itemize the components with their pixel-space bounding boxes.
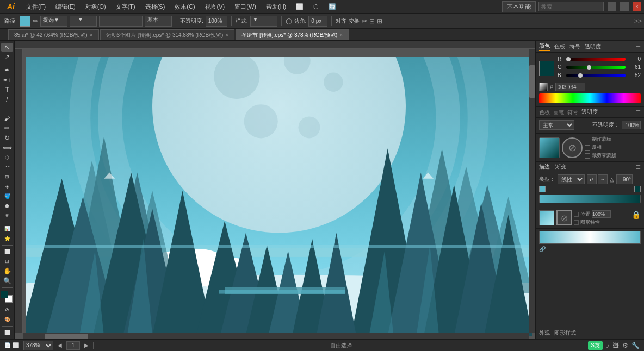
artboard-tool[interactable]: ⬜ (1, 247, 13, 256)
workspace-label[interactable]: 基本功能 (502, 1, 536, 12)
fill-none-icon[interactable]: ⊘ (1, 305, 13, 314)
menu-extra1[interactable]: ⬜ (292, 2, 308, 11)
gradient-no-icon[interactable]: ⊘ (556, 210, 572, 225)
close-button[interactable]: × (633, 2, 641, 11)
appearance-tab-brush[interactable]: 画笔 (553, 109, 564, 116)
shape-builder-tool[interactable]: ◈ (1, 182, 13, 191)
reverse-icon[interactable]: ⇄ (587, 174, 597, 184)
r-slider-thumb[interactable] (566, 57, 571, 61)
scale-tool[interactable]: ⬡ (1, 153, 13, 162)
align-icon[interactable]: ⊟ (369, 17, 375, 25)
maximize-button[interactable]: □ (620, 2, 629, 11)
type-tool[interactable]: T (1, 85, 13, 94)
gradient-tab-label[interactable]: 渐变 (555, 163, 566, 171)
stroke-tab-label[interactable]: 描边 (539, 163, 550, 171)
menu-effect[interactable]: 效果(C) (170, 2, 199, 12)
mesh-tool[interactable]: # (1, 211, 13, 220)
color-tab[interactable]: 颜色 (539, 42, 550, 51)
taskbar-settings-icon[interactable]: ⚙ (622, 342, 628, 349)
taskbar-music-icon[interactable]: ♪ (606, 342, 609, 349)
scrollbar-vertical[interactable] (529, 49, 535, 333)
stroke-color-box[interactable] (20, 16, 30, 27)
add-anchor-tool[interactable]: ✒+ (1, 76, 13, 84)
scrollbar-horizontal[interactable] (23, 333, 529, 339)
gradient-panel-menu[interactable]: ☰ (636, 164, 641, 170)
transform-label[interactable]: 变换 (349, 17, 360, 25)
menu-window[interactable]: 窗口(W) (230, 2, 261, 12)
stroke-type-dropdown[interactable]: 基本 (145, 16, 172, 27)
gradient-option-1[interactable]: 位置 (574, 210, 629, 218)
color-mode-icon[interactable]: 🎨 (1, 315, 13, 324)
invert-checkbox[interactable] (585, 145, 590, 151)
gradient-option-2[interactable]: 图形特性 (574, 219, 629, 226)
gradient-bar[interactable] (539, 195, 641, 203)
graphic-style-label[interactable]: 图形样式 (554, 329, 576, 337)
effect-none-icon[interactable]: ⊘ (562, 137, 583, 158)
clip-checkbox[interactable] (585, 153, 590, 159)
gradient-check-1[interactable] (574, 212, 579, 217)
menu-help[interactable]: 帮助(H) (262, 2, 290, 12)
search-input[interactable] (538, 2, 604, 11)
gradient-pos-input[interactable] (592, 210, 611, 218)
free-transform-tool[interactable]: ⊞ (1, 172, 13, 181)
hand-tool[interactable]: ✋ (1, 267, 13, 275)
scrollbar-vertical-thumb[interactable] (529, 65, 535, 98)
rectangle-tool[interactable]: □ (1, 105, 13, 114)
perspective-tool[interactable]: ⬟ (1, 202, 13, 210)
corner-value[interactable]: 0 px (308, 16, 327, 27)
tab-2[interactable]: 运动6个图片 [转换].eps* @ 314.88% (RGB/预览) × (100, 29, 235, 40)
swatches-tab[interactable]: 色板 (554, 43, 565, 51)
foreground-color[interactable] (1, 291, 8, 298)
hex-input[interactable] (555, 83, 585, 91)
graph-tool[interactable]: 📊 (1, 224, 13, 233)
panel-menu-icon[interactable]: ☰ (636, 43, 641, 49)
scissors-icon[interactable]: ✂ (362, 17, 367, 25)
color-preview-swatch[interactable] (539, 61, 554, 76)
gradient-check-2[interactable] (574, 220, 579, 225)
tab-3[interactable]: 圣诞节 [转换].eps* @ 378% (RGB/预览) × (236, 29, 349, 40)
color-spectrum[interactable] (539, 93, 641, 103)
menu-text[interactable]: 文字(T) (112, 2, 140, 12)
link-icon[interactable]: 🔗 (539, 246, 546, 252)
menu-select[interactable]: 选择(S) (141, 2, 170, 12)
menu-extra2[interactable]: ⬡ (309, 2, 323, 11)
tab-1[interactable]: 85.ai* @ 427.64% (RGB/预览) × (8, 29, 99, 40)
zoom-tool[interactable]: 🔍 (1, 277, 13, 285)
appearance-tab-swatches[interactable]: 色板 (539, 109, 550, 116)
mask-checkbox[interactable] (585, 137, 590, 142)
style-dropdown[interactable]: ▼ (250, 16, 277, 27)
r-slider[interactable] (566, 58, 626, 61)
invert-option[interactable]: 反相 (585, 144, 616, 151)
clip-option[interactable]: 裁剪零蒙版 (585, 152, 616, 159)
gradient-preview-bar[interactable] (539, 231, 641, 244)
distribute-icon[interactable]: ⊞ (377, 17, 382, 25)
selection-tool[interactable]: ↖ (1, 43, 13, 52)
menu-edit[interactable]: 编辑(E) (51, 2, 80, 12)
pen-tool[interactable]: ✒ (1, 66, 13, 74)
blend-mode-select[interactable]: 主常 (539, 120, 574, 130)
rotate-tool[interactable]: ↻ (1, 134, 13, 142)
nav-prev-button[interactable]: ◀ (58, 342, 62, 348)
tab-2-close[interactable]: × (225, 32, 228, 38)
appearance-label[interactable]: 外观 (539, 329, 550, 337)
transparency-tab[interactable]: 透明度 (585, 43, 601, 51)
g-slider-thumb[interactable] (587, 65, 591, 70)
line-tool[interactable]: / (1, 95, 13, 104)
warp-tool[interactable]: 〰 (1, 162, 13, 171)
direction-icon[interactable]: → (598, 174, 608, 184)
reflect-tool[interactable]: ⟺ (1, 143, 13, 152)
paintbrush-tool[interactable]: 🖌 (1, 114, 13, 123)
angle-input[interactable] (616, 174, 633, 184)
symbols-tab[interactable]: 符号 (569, 43, 580, 51)
direct-selection-tool[interactable]: ↗ (1, 53, 13, 61)
menu-extra3[interactable]: 🔄 (324, 2, 340, 11)
opacity-input[interactable] (622, 121, 641, 129)
b-slider-thumb[interactable] (578, 73, 583, 78)
appearance-tab-symbols[interactable]: 符号 (567, 109, 578, 116)
minimize-button[interactable]: — (608, 2, 616, 11)
color-pair[interactable] (1, 291, 14, 299)
nav-next-button[interactable]: ▶ (84, 342, 89, 348)
align-label[interactable]: 对齐 (336, 17, 346, 25)
zoom-select[interactable]: 378% (23, 341, 53, 350)
symbol-tool[interactable]: ⭐ (1, 234, 13, 243)
